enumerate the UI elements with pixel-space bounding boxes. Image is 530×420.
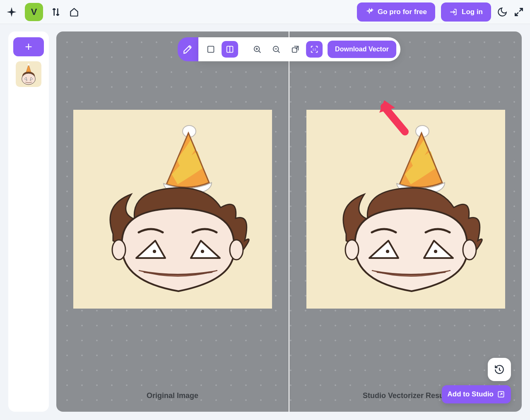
original-image (73, 110, 272, 309)
zoom-in-button[interactable] (249, 41, 265, 58)
history-button[interactable] (488, 358, 511, 381)
expand-icon[interactable] (513, 7, 524, 17)
single-view-button[interactable] (202, 41, 219, 58)
pen-tool-button[interactable] (178, 37, 198, 61)
svg-point-25 (386, 250, 389, 253)
original-pane-label: Original Image (56, 391, 289, 400)
history-download-icon (494, 364, 505, 375)
split-container: Original Image (56, 31, 522, 412)
plus-icon: + (25, 40, 32, 54)
svg-point-26 (434, 250, 437, 253)
svg-point-17 (112, 240, 125, 260)
svg-point-24 (463, 240, 476, 260)
zoom-out-icon (272, 45, 281, 54)
svg-point-18 (230, 240, 243, 260)
home-icon[interactable] (69, 7, 80, 17)
login-button[interactable]: Log in (441, 2, 491, 22)
popout-button[interactable] (287, 41, 304, 58)
popout-icon (291, 45, 300, 54)
add-to-studio-label: Add to Studio (448, 390, 494, 398)
thumbnail-artwork (17, 62, 41, 86)
split-view-button[interactable] (222, 41, 238, 58)
go-pro-button[interactable]: Go pro for free (357, 2, 435, 22)
svg-point-23 (345, 240, 359, 260)
sort-icon[interactable] (51, 7, 61, 17)
sidebar: + (8, 31, 49, 412)
moon-icon[interactable] (497, 7, 508, 17)
svg-point-1 (28, 63, 30, 65)
add-to-studio-button[interactable]: Add to Studio (442, 385, 511, 403)
download-vector-label: Download Vector (335, 46, 389, 53)
canvas-panel: 1:1 Download Vector (56, 31, 522, 412)
svg-point-19 (153, 250, 156, 253)
svg-line-7 (259, 51, 261, 53)
zoom-in-icon (253, 45, 262, 54)
crop-selection-button[interactable]: 1:1 (306, 41, 323, 58)
login-icon (449, 8, 458, 16)
canvas[interactable]: 1:1 Download Vector (56, 31, 522, 412)
svg-text:1:1: 1:1 (313, 48, 316, 51)
go-pro-label: Go pro for free (378, 8, 427, 16)
result-pane: Studio Vectorizer Result (289, 31, 522, 412)
split-view-icon (225, 45, 234, 54)
spark-icon (6, 6, 17, 18)
zoom-out-button[interactable] (268, 41, 284, 58)
toolbar-tray: 1:1 Download Vector (198, 37, 400, 61)
svg-point-20 (201, 250, 204, 253)
vectorized-image (306, 110, 505, 309)
app-header: V Go pro for free Log in (0, 0, 530, 24)
crop-selection-icon: 1:1 (310, 45, 319, 54)
sparkle-icon (365, 8, 373, 16)
pen-tool-icon (183, 44, 193, 55)
open-external-icon (497, 390, 505, 398)
image-thumbnail[interactable] (16, 61, 41, 87)
login-label: Log in (462, 8, 483, 16)
square-icon (206, 45, 215, 54)
original-pane: Original Image (56, 31, 289, 412)
app-logo-badge[interactable]: V (25, 3, 43, 21)
floating-toolbar: 1:1 Download Vector (178, 37, 400, 61)
download-vector-button[interactable]: Download Vector (328, 41, 396, 58)
app-body: + (0, 24, 530, 420)
svg-line-11 (278, 51, 280, 53)
svg-rect-3 (208, 46, 214, 53)
add-image-button[interactable]: + (13, 37, 44, 56)
footer-actions: Add to Studio (442, 358, 511, 403)
